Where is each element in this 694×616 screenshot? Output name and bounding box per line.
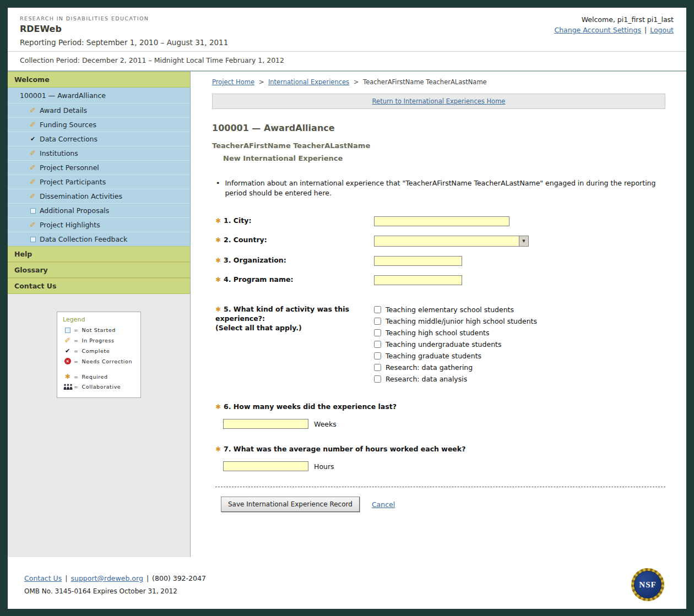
info-text: Information about an international exper… — [212, 178, 665, 198]
sidebar-item-project-participants[interactable]: Project Participants — [8, 175, 190, 189]
organization-input[interactable] — [374, 256, 462, 266]
legend-row-not-started: Not Started — [63, 327, 136, 333]
weeks-input[interactable] — [223, 419, 308, 429]
activity-option-high-school[interactable]: Teaching high school students — [374, 329, 537, 337]
required-icon — [215, 236, 221, 244]
legend-row-needs-correction: Needs Correction — [63, 358, 136, 364]
collection-period: Collection Period: December 2, 2011 – Mi… — [8, 52, 686, 70]
sidebar: Welcome 100001 — AwardAlliance Award Det… — [8, 72, 191, 557]
city-input[interactable] — [374, 216, 509, 226]
sidebar-item-data-corrections[interactable]: Data Corrections — [8, 132, 190, 146]
legend-label: Needs Correction — [82, 358, 133, 364]
activity-checkbox-middle-junior[interactable] — [374, 318, 381, 325]
hours-input[interactable] — [223, 461, 308, 471]
program-name-row: 4. Program name: — [215, 275, 665, 285]
breadcrumb-separator — [354, 78, 359, 86]
change-account-settings-link[interactable]: Change Account Settings — [554, 26, 641, 34]
sidebar-item-glossary[interactable]: Glossary — [8, 262, 190, 278]
program-name-input[interactable] — [374, 275, 462, 285]
legend-label: In Progress — [82, 337, 115, 344]
activity-checkbox-elementary[interactable] — [374, 306, 381, 313]
people-icon — [63, 384, 73, 390]
activity-option-undergraduate[interactable]: Teaching undergraduate students — [374, 340, 537, 348]
hours-question-label: 7. What was the average number of hours … — [215, 445, 665, 453]
sidebar-item-label: Funding Sources — [40, 121, 96, 129]
sidebar-item-data-collection-feedback[interactable]: Data Collection Feedback — [8, 232, 190, 246]
nsf-logo: NSF — [631, 568, 664, 601]
breadcrumb-international-experiences-link[interactable]: International Experiences — [268, 78, 349, 86]
activity-checkbox-data-analysis[interactable] — [374, 375, 381, 383]
main-content: Project Home International Experiences T… — [191, 72, 686, 557]
experience-form: 1. City: 2. Country: 3. Organizatio — [212, 216, 665, 512]
sidebar-item-project-personnel[interactable]: Project Personnel — [8, 160, 190, 175]
city-row: 1. City: — [215, 216, 665, 226]
sidebar-item-label: Project Personnel — [40, 163, 99, 172]
equals-sign — [74, 384, 79, 390]
activity-option-middle-junior[interactable]: Teaching middle/junior high school stude… — [374, 317, 537, 325]
sidebar-item-label: Project Participants — [40, 178, 106, 186]
logout-link[interactable]: Logout — [650, 26, 674, 34]
pencil-icon — [29, 193, 37, 200]
equals-sign — [74, 358, 79, 364]
pencil-icon — [29, 178, 37, 186]
header: RESEARCH IN DISABILITIES EDUCATION RDEWe… — [8, 8, 686, 72]
equals-sign — [74, 337, 79, 344]
activity-option-graduate[interactable]: Teaching graduate students — [374, 352, 537, 360]
nsf-logo-text: NSF — [634, 571, 662, 598]
footer-email-link[interactable]: support@rdeweb.org — [71, 574, 143, 582]
activity-checkbox-undergraduate[interactable] — [374, 341, 381, 348]
sidebar-item-award[interactable]: 100001 — AwardAlliance — [8, 88, 190, 103]
form-separator — [215, 487, 665, 487]
activity-checkbox-data-gathering[interactable] — [374, 364, 381, 371]
sidebar-item-additional-proposals[interactable]: Additional Proposals — [8, 203, 190, 217]
pencil-icon — [29, 107, 37, 114]
pencil-icon — [29, 221, 37, 228]
weeks-input-row: Weeks — [223, 419, 665, 429]
sidebar-item-funding-sources[interactable]: Funding Sources — [8, 117, 190, 132]
required-icon — [215, 256, 221, 264]
save-button[interactable]: Save International Experience Record — [221, 497, 360, 512]
error-icon — [63, 358, 73, 364]
footer-contact-us-link[interactable]: Contact Us — [24, 574, 62, 582]
activity-option-data-analysis[interactable]: Research: data analysis — [374, 375, 537, 383]
required-icon — [63, 373, 73, 380]
activity-checkbox-high-school[interactable] — [374, 329, 381, 336]
return-bar: Return to International Experiences Home — [212, 94, 665, 109]
sidebar-item-project-highlights[interactable]: Project Highlights — [8, 217, 190, 232]
required-icon — [215, 305, 221, 313]
weeks-unit-label: Weeks — [314, 420, 337, 428]
sidebar-item-contact-us[interactable]: Contact Us — [8, 278, 190, 294]
notstarted-icon — [63, 328, 73, 333]
footer-phone: (800) 392-2047 — [152, 574, 206, 582]
bullet-icon — [216, 178, 220, 198]
activity-label: 5. What kind of activity was this experi… — [215, 305, 374, 333]
return-to-international-experiences-link[interactable]: Return to International Experiences Home — [372, 97, 506, 105]
sidebar-item-welcome[interactable]: Welcome — [8, 72, 190, 88]
sidebar-item-help[interactable]: Help — [8, 246, 190, 262]
breadcrumb: Project Home International Experiences T… — [212, 78, 665, 86]
pencil-icon — [29, 164, 37, 171]
legend-title: Legend — [63, 316, 136, 323]
sidebar-item-label: Award Details — [40, 106, 87, 115]
sidebar-item-label: Additional Proposals — [40, 206, 109, 215]
breadcrumb-project-home-link[interactable]: Project Home — [212, 78, 254, 86]
sidebar-item-award-details[interactable]: Award Details — [8, 103, 190, 117]
pencil-icon — [29, 121, 37, 128]
city-label: 1. City: — [215, 216, 374, 226]
pencil-icon — [29, 150, 37, 157]
welcome-user-text: Welcome, pi1_first pi1_last — [554, 15, 674, 24]
omb-text: OMB No. 3145-0164 Expires October 31, 20… — [24, 587, 206, 595]
chevron-down-icon[interactable] — [519, 236, 528, 246]
sidebar-item-institutions[interactable]: Institutions — [8, 146, 190, 160]
sidebar-item-dissemination-activities[interactable]: Dissemination Activities — [8, 189, 190, 203]
legend-row-required: Required — [63, 373, 136, 380]
sidebar-item-label: Project Highlights — [40, 221, 100, 229]
cancel-link[interactable]: Cancel — [372, 500, 395, 509]
activity-option-elementary[interactable]: Teaching elementary school students — [374, 306, 537, 314]
activity-option-data-gathering[interactable]: Research: data gathering — [374, 363, 537, 372]
sidebar-item-label: Data Collection Feedback — [40, 235, 127, 243]
country-select[interactable] — [374, 236, 529, 247]
activity-checkbox-graduate[interactable] — [374, 352, 381, 359]
legend-label: Not Started — [82, 327, 116, 333]
activity-hint: (Select all that apply.) — [215, 324, 374, 333]
